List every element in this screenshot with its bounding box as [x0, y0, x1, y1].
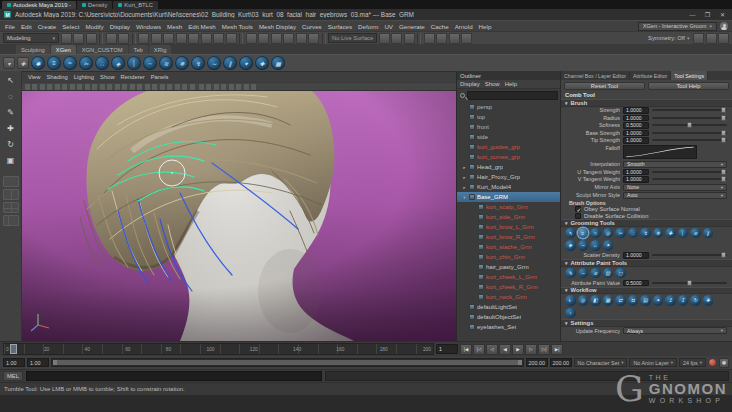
workflow-section-header[interactable]: Workflow: [561, 287, 732, 295]
slider-value-field[interactable]: 0.5000: [623, 122, 649, 129]
place-tool-icon[interactable]: ◈: [565, 240, 576, 251]
taskbar-tab[interactable]: Kurt_BTLC: [113, 1, 158, 9]
character-set-menu[interactable]: No Character Set: [574, 358, 628, 367]
command-mode-toggle[interactable]: MEL: [3, 371, 23, 381]
status-icon[interactable]: [132, 33, 136, 44]
make-live-icon[interactable]: [308, 33, 319, 44]
menu-set-selector[interactable]: Modeling: [3, 33, 59, 43]
input-connections-icon[interactable]: [379, 33, 390, 44]
density-tool-icon[interactable]: ∴: [628, 228, 639, 239]
xgen-editor-icon[interactable]: ▦: [271, 56, 285, 70]
slider-handle[interactable]: [721, 130, 726, 136]
viewport-menu-item[interactable]: Renderer: [118, 74, 148, 80]
tool-settings-scroll[interactable]: Brush Strength 1.0000 Radius 1.0000 Soft…: [561, 99, 732, 341]
play-forwards-button[interactable]: ▶: [512, 344, 524, 355]
select-hierarchy-icon[interactable]: [138, 33, 149, 44]
create-cache-icon[interactable]: ▦: [603, 295, 614, 306]
part-tool-icon[interactable]: ∥: [703, 228, 714, 239]
slider-value-field[interactable]: 1.0000: [623, 252, 649, 259]
mirror-groom-icon[interactable]: ⇄: [615, 295, 626, 306]
rotate-tool-icon[interactable]: ↻: [2, 137, 20, 152]
tool-help-button[interactable]: Tool Help: [648, 82, 729, 90]
move-tool-icon[interactable]: ✚: [2, 121, 20, 136]
viewport-menu-item[interactable]: Show: [97, 74, 118, 80]
undo-icon[interactable]: [106, 33, 117, 44]
attr-paint-brush-icon[interactable]: ✎: [565, 268, 576, 279]
open-render-view-icon[interactable]: [424, 33, 435, 44]
menu-item[interactable]: Mesh: [164, 23, 185, 30]
shelf-tab[interactable]: Sculpting: [16, 45, 50, 54]
outliner-item[interactable]: kurt_cheek_L_Grm: [457, 272, 560, 282]
transfer-groom-icon[interactable]: ⇆: [628, 295, 639, 306]
outliner-item[interactable]: kurt_curves_grp: [457, 152, 560, 162]
redo-icon[interactable]: [118, 33, 129, 44]
outliner-item[interactable]: eyelashes_Set: [457, 322, 560, 332]
attr-paint-fill-icon[interactable]: ▨: [603, 268, 614, 279]
slider-track[interactable]: [652, 137, 727, 144]
layout-four-pane-button[interactable]: [3, 202, 19, 213]
cut-tool-icon[interactable]: ✂: [615, 228, 626, 239]
status-icon[interactable]: [99, 33, 103, 44]
animation-preferences-icon[interactable]: [719, 358, 729, 368]
slider-handle[interactable]: [721, 176, 726, 182]
snap-view-plane-icon[interactable]: [296, 33, 307, 44]
playback-start-field[interactable]: 1.00: [27, 358, 49, 367]
panel-tab[interactable]: Channel Box / Layer Editor: [561, 71, 630, 80]
menu-item[interactable]: Help: [476, 23, 495, 30]
minimize-button[interactable]: —: [687, 12, 698, 18]
output-connections-icon[interactable]: [391, 33, 402, 44]
slider-handle[interactable]: [721, 169, 726, 175]
select-mask-curves-icon[interactable]: [201, 33, 212, 44]
slider-handle[interactable]: [721, 252, 726, 258]
menu-item[interactable]: Modify: [82, 23, 106, 30]
brush-section-header[interactable]: Brush: [561, 99, 732, 107]
sign-in-icon[interactable]: [720, 22, 728, 30]
attr-paint-noise-icon[interactable]: ≋: [590, 268, 601, 279]
ipr-render-icon[interactable]: [449, 33, 460, 44]
direction-tool-icon[interactable]: ↯: [640, 228, 651, 239]
scale-tool-icon[interactable]: ▣: [2, 153, 20, 168]
groom-width-icon[interactable]: ↔: [143, 56, 157, 70]
workspace-selector[interactable]: XGen - Interactive Groom: [638, 22, 717, 31]
shelf-tab[interactable]: Teb: [129, 45, 148, 54]
expand-toggle-icon[interactable]: ▸: [462, 185, 467, 190]
add-modifier-icon[interactable]: ✚: [703, 295, 714, 306]
toggle-hair-display-icon[interactable]: ◎: [578, 295, 589, 306]
reset-tool-button[interactable]: Reset Tool: [564, 82, 645, 90]
menu-item[interactable]: Generate: [396, 23, 428, 30]
live-surface-field[interactable]: No Live Surface: [328, 33, 377, 43]
freeze-tool-icon[interactable]: ❄: [653, 228, 664, 239]
outliner-item[interactable]: front: [457, 122, 560, 132]
groom-sculpt-icon[interactable]: ✦: [239, 56, 253, 70]
step-back-key-button[interactable]: |◁: [473, 344, 485, 355]
checkbox[interactable]: [575, 213, 581, 219]
current-time-marker[interactable]: [10, 344, 17, 354]
refresh-icon[interactable]: ↻: [690, 295, 701, 306]
outliner-item[interactable]: defaultObjectSet: [457, 312, 560, 322]
menu-item[interactable]: File: [2, 23, 18, 30]
snap-point-icon[interactable]: [271, 33, 282, 44]
shelf-tab[interactable]: XRig: [149, 45, 172, 54]
outliner-item[interactable]: kurt_cheek_R_Grm: [457, 282, 560, 292]
outliner-item[interactable]: ▸ Kurt_Model4: [457, 182, 560, 192]
grooming-section-header[interactable]: Grooming Tools: [561, 219, 732, 227]
outliner-search-input[interactable]: [467, 91, 558, 100]
snap-curve-icon[interactable]: [258, 33, 269, 44]
outliner-item[interactable]: kurt_brow_R_Grm: [457, 232, 560, 242]
range-slider-bar[interactable]: [53, 360, 522, 365]
slider-value-field[interactable]: 0.5000: [623, 280, 649, 287]
xgen-utilities-icon[interactable]: ✚: [255, 56, 269, 70]
comb-tool-icon[interactable]: ≡: [578, 228, 589, 239]
status-icon[interactable]: [239, 33, 243, 44]
slider-track[interactable]: [652, 279, 727, 286]
play-backwards-button[interactable]: ◀: [499, 344, 511, 355]
menu-item[interactable]: Mesh Tools: [219, 23, 256, 30]
viewport-gate-icons[interactable]: [199, 84, 259, 90]
taskbar-tab[interactable]: Density: [77, 1, 112, 9]
expand-toggle-icon[interactable]: ▸: [462, 175, 467, 180]
attribute-editor-toggle-icon[interactable]: [718, 33, 729, 44]
brush-tool-icon[interactable]: ≈: [590, 228, 601, 239]
slider-value-field[interactable]: 1.0000: [623, 115, 649, 122]
groom-place-icon[interactable]: ◈: [111, 56, 125, 70]
menu-item[interactable]: Deform: [355, 23, 381, 30]
